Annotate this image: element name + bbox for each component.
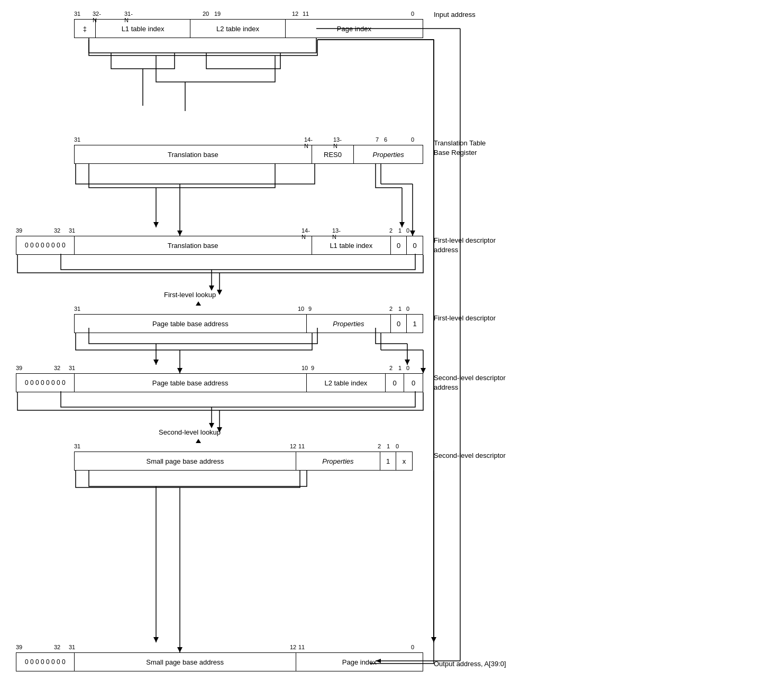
cell-page-table-base-first: Page table base address [75, 315, 307, 333]
cell-l2-index-second: L2 table index [307, 374, 386, 392]
second-level-lookup-label: Second-level lookup [159, 427, 254, 445]
first-desc-addr-row: 0 0 0 0 0 0 0 0 Translation base L1 tabl… [16, 236, 423, 255]
svg-marker-47 [177, 647, 182, 652]
cell-l1-index-first: L1 table index [312, 236, 391, 254]
cell-zeros-first: 0 0 0 0 0 0 0 0 [16, 236, 75, 254]
bit-31-label: 31 [74, 11, 80, 17]
bit-19-label: 19 [214, 11, 221, 17]
cell-zeros-output: 0 0 0 0 0 0 0 0 [16, 653, 75, 671]
cell-zeros-second: 0 0 0 0 0 0 0 0 [16, 374, 75, 392]
cell-0-b: 0 [407, 236, 423, 254]
cell-x: x [396, 452, 412, 470]
cell-0-a: 0 [391, 236, 407, 254]
svg-marker-39 [177, 368, 182, 373]
first-level-lookup-label: First-level lookup [164, 290, 249, 307]
input-address-label: Input address [434, 11, 476, 19]
cell-1-b: 1 [380, 452, 396, 470]
svg-marker-24 [196, 439, 201, 443]
second-desc-addr-row: 0 0 0 0 0 0 0 0 Page table base address … [16, 373, 423, 392]
svg-marker-6 [399, 222, 405, 227]
svg-marker-17 [153, 637, 159, 642]
cell-dagger: ‡ [75, 20, 96, 38]
output-label: Output address, A[39:0] [434, 660, 506, 668]
cell-0-d: 0 [386, 374, 404, 392]
svg-text:First-level lookup: First-level lookup [164, 291, 216, 299]
cell-page-index-output: Page index [296, 653, 423, 671]
cell-page-index: Page index [286, 20, 423, 38]
cell-0-c: 0 [391, 315, 407, 333]
svg-marker-31 [177, 231, 182, 236]
connector-lines [0, 0, 767, 700]
first-desc-addr-label: First-level descriptoraddress [434, 236, 496, 255]
cell-1-a: 1 [407, 315, 423, 333]
bit-20-label: 20 [203, 11, 209, 17]
ttbr-label: Translation TableBase Register [434, 139, 486, 158]
ttbr-row: Translation base RES0 Properties [74, 145, 423, 164]
cell-translation-base-first: Translation base [75, 236, 312, 254]
svg-marker-13 [405, 360, 410, 365]
first-desc-label: First-level descriptor [434, 314, 496, 322]
cell-small-page-base-second: Small page base address [75, 452, 296, 470]
diagram-container: 31 32-N 31-N 20 19 12 11 0 ‡ L1 table in… [0, 0, 767, 700]
cell-small-page-base-output: Small page base address [75, 653, 296, 671]
second-desc-label: Second-level descriptor [434, 452, 506, 459]
cell-properties-first-desc: Properties [307, 315, 391, 333]
cell-properties-second: Properties [296, 452, 381, 470]
svg-marker-10 [153, 360, 159, 365]
input-address-row: ‡ L1 table index L2 table index Page ind… [74, 19, 423, 38]
main-svg-lines [0, 0, 767, 700]
svg-marker-43 [421, 368, 426, 373]
cell-res0: RES0 [312, 145, 354, 163]
svg-marker-19 [431, 637, 436, 642]
bit-12-label: 12 [292, 11, 298, 17]
cell-l1-index: L1 table index [96, 20, 190, 38]
svg-marker-22 [196, 301, 201, 306]
cell-translation-base-ttbr: Translation base [75, 145, 312, 163]
cell-0-e: 0 [404, 374, 423, 392]
svg-text:Second-level lookup: Second-level lookup [159, 428, 221, 436]
second-desc-addr-label: Second-level descriptoraddress [434, 373, 506, 392]
svg-marker-35 [410, 231, 415, 236]
output-row: 0 0 0 0 0 0 0 0 Small page base address … [16, 652, 423, 671]
second-desc-row: Small page base address Properties 1 x [74, 452, 413, 471]
cell-properties-ttbr: Properties [354, 145, 423, 163]
svg-marker-3 [153, 222, 159, 227]
cell-l2-index: L2 table index [190, 20, 285, 38]
bit-11-label: 11 [303, 11, 309, 17]
bit-0-label: 0 [411, 11, 414, 17]
cell-page-table-base-second: Page table base address [75, 374, 307, 392]
first-desc-row: Page table base address Properties 0 1 [74, 314, 423, 333]
